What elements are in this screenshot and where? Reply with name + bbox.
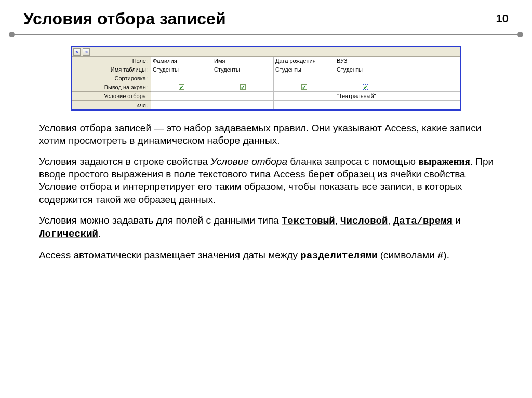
cell-field-1[interactable]: Фамилия — [151, 57, 212, 65]
cell-field-4[interactable]: ВУЗ — [335, 57, 396, 65]
row-criteria: "Театральный" — [151, 92, 460, 101]
cell-criteria-3[interactable] — [274, 92, 335, 100]
nav-left-button[interactable]: < — [73, 48, 81, 56]
cell-table-1[interactable]: Студенты — [151, 65, 212, 74]
nav-strip: < « — [72, 47, 460, 57]
row-table: Студенты Студенты Студенты Студенты — [151, 65, 460, 74]
cell-criteria-2[interactable] — [212, 92, 274, 100]
prop-sort: Сортировка: — [72, 74, 151, 83]
checkbox-icon — [363, 84, 368, 90]
cell-or-1[interactable] — [151, 101, 212, 109]
cell-show-1[interactable] — [151, 83, 212, 91]
page-number: 10 — [496, 12, 509, 25]
cell-table-3[interactable]: Студенты — [274, 65, 335, 74]
paragraph-1: Условия отбора записей — это набор задав… — [39, 122, 503, 147]
cell-criteria-5[interactable] — [396, 92, 460, 100]
cell-sort-5[interactable] — [396, 74, 460, 83]
paragraph-4: Access автоматически размещает значения … — [39, 249, 503, 262]
paragraph-2: Условия задаются в строке свойства Услов… — [39, 156, 503, 206]
checkbox-icon — [179, 84, 184, 90]
cell-table-4[interactable]: Студенты — [335, 65, 396, 74]
cell-show-3[interactable] — [274, 83, 335, 91]
cell-sort-1[interactable] — [151, 74, 212, 83]
cell-criteria-1[interactable] — [151, 92, 212, 100]
cell-field-5[interactable] — [396, 57, 460, 65]
prop-field: Поле: — [72, 57, 151, 65]
cell-sort-4[interactable] — [335, 74, 396, 83]
row-field: Фамилия Имя Дата рождения ВУЗ — [151, 57, 460, 65]
page-title: Условия отбора записей — [23, 9, 226, 29]
cell-table-2[interactable]: Студенты — [212, 65, 274, 74]
nav-all-button[interactable]: « — [83, 48, 90, 56]
cell-show-2[interactable] — [212, 83, 274, 91]
prop-show: Вывод на экран: — [72, 83, 151, 92]
cell-field-3[interactable]: Дата рождения — [274, 57, 335, 65]
query-design-grid: < « Поле: Имя таблицы: Сортировка: Вывод… — [71, 46, 461, 111]
cell-or-5[interactable] — [396, 101, 460, 109]
body-text: Условия отбора записей — это набор задав… — [39, 122, 503, 262]
divider — [10, 32, 522, 37]
prop-table: Имя таблицы: — [72, 65, 151, 74]
cell-or-4[interactable] — [335, 101, 396, 109]
prop-criteria: Условие отбора: — [72, 92, 151, 101]
cell-or-2[interactable] — [212, 101, 274, 109]
cell-show-5[interactable] — [396, 83, 460, 91]
row-or — [151, 101, 460, 109]
cell-table-5[interactable] — [396, 65, 460, 74]
cell-sort-3[interactable] — [274, 74, 335, 83]
cell-field-2[interactable]: Имя — [212, 57, 274, 65]
row-sort — [151, 74, 460, 83]
row-show — [151, 83, 460, 92]
paragraph-3: Условия можно задавать для полей с данны… — [39, 214, 503, 241]
cell-sort-2[interactable] — [212, 74, 274, 83]
property-labels-column: Поле: Имя таблицы: Сортировка: Вывод на … — [72, 57, 151, 109]
cell-or-3[interactable] — [274, 101, 335, 109]
cell-criteria-4[interactable]: "Театральный" — [335, 92, 396, 100]
checkbox-icon — [301, 84, 307, 90]
cell-show-4[interactable] — [335, 83, 396, 91]
prop-or: или: — [72, 101, 151, 109]
checkbox-icon — [240, 84, 246, 90]
